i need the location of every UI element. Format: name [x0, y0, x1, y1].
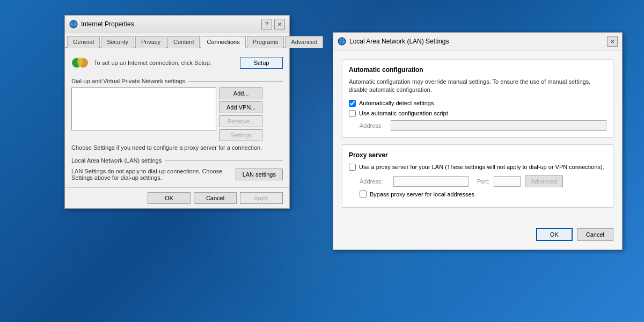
proxy-address-input[interactable]: [393, 176, 469, 187]
lan-settings-dialog: Local Area Network (LAN) Settings ✕ Auto…: [333, 32, 623, 250]
ip-ok-button[interactable]: OK: [148, 192, 191, 204]
lan-section-label: Local Area Network (LAN) settings: [71, 157, 283, 164]
proxy-port-input[interactable]: 80: [494, 176, 521, 187]
lan-settings-button[interactable]: LAN settings: [236, 169, 283, 180]
setup-button[interactable]: Setup: [240, 57, 283, 69]
bypass-label: Bypass proxy server for local addresses: [370, 191, 474, 197]
script-address-row: Address: [360, 120, 606, 131]
proxy-address-label: Address:: [360, 178, 389, 185]
vpn-listbox[interactable]: [71, 87, 216, 130]
settings-hint: Choose Settings if you need to configure…: [71, 144, 283, 151]
use-script-label: Use automatic configuration script: [359, 110, 448, 116]
lan-ok-button[interactable]: OK: [536, 228, 573, 241]
proxy-address-row: Address: Port: 80 Advanced: [360, 175, 606, 187]
add-vpn-button[interactable]: Add VPN...: [219, 101, 262, 113]
lan-titlebar-controls: ✕: [607, 36, 618, 47]
address-label: Address: [360, 122, 386, 129]
lan-hint: LAN Settings do not apply to dial-up con…: [71, 168, 230, 181]
auto-detect-checkbox[interactable]: [349, 100, 356, 107]
add-button[interactable]: Add...: [219, 87, 262, 99]
internet-properties-dialog: Internet Properties ? ✕ General Security…: [64, 15, 290, 209]
remove-button[interactable]: Remove...: [219, 115, 262, 127]
use-script-row: Use automatic configuration script: [349, 110, 606, 117]
use-proxy-checkbox[interactable]: [349, 164, 356, 171]
tab-privacy[interactable]: Privacy: [135, 36, 166, 48]
auto-detect-label: Automatically detect settings: [359, 100, 434, 106]
vpn-section: Dial-up and Virtual Private Network sett…: [71, 78, 283, 151]
settings-button[interactable]: Settings: [219, 129, 262, 141]
vpn-section-label: Dial-up and Virtual Private Network sett…: [71, 78, 283, 84]
lan-cancel-button[interactable]: Cancel: [577, 228, 613, 241]
proxy-section: Proxy server Use a proxy server for your…: [342, 144, 613, 208]
bypass-proxy-checkbox[interactable]: [360, 191, 367, 197]
proxy-section-title: Proxy server: [349, 151, 606, 159]
setup-row: To set up an Internet connection, click …: [71, 54, 283, 71]
lan-footer: OK Cancel: [333, 223, 622, 250]
ip-help-button[interactable]: ?: [261, 19, 272, 30]
svg-point-8: [77, 57, 83, 67]
lan-row: LAN Settings do not apply to dial-up con…: [71, 168, 283, 181]
globe-icon: [69, 20, 78, 28]
ip-cancel-button[interactable]: Cancel: [194, 192, 237, 204]
lan-close-button[interactable]: ✕: [607, 36, 618, 47]
ip-titlebar-left: Internet Properties: [69, 20, 134, 28]
ip-tabs-bar: General Security Privacy Content Connect…: [65, 33, 289, 48]
ip-close-button[interactable]: ✕: [274, 19, 285, 30]
vpn-buttons: Add... Add VPN... Remove... Settings: [219, 87, 262, 141]
tab-connections[interactable]: Connections: [201, 36, 245, 48]
lan-titlebar: Local Area Network (LAN) Settings ✕: [333, 33, 622, 50]
ip-footer: OK Cancel Apply: [65, 187, 289, 208]
lan-globe-icon: [338, 37, 346, 46]
ip-titlebar: Internet Properties ? ✕: [65, 16, 289, 33]
vpn-row: Add... Add VPN... Remove... Settings: [71, 87, 283, 141]
tab-general[interactable]: General: [67, 36, 100, 48]
auto-config-desc: Automatic configuration may override man…: [349, 78, 606, 94]
proxy-advanced-button[interactable]: Advanced: [525, 175, 563, 187]
tab-content[interactable]: Content: [167, 36, 200, 48]
auto-detect-row: Automatically detect settings: [349, 100, 606, 107]
lan-dialog-title: Local Area Network (LAN) Settings: [349, 38, 449, 45]
auto-config-section: Automatic configuration Automatic config…: [342, 59, 613, 138]
use-proxy-label: Use a proxy server for your LAN (These s…: [359, 163, 604, 171]
ip-dialog-title: Internet Properties: [81, 20, 134, 28]
ip-apply-button[interactable]: Apply: [240, 192, 283, 204]
tab-advanced[interactable]: Advanced: [285, 36, 323, 48]
lan-section: Local Area Network (LAN) settings LAN Se…: [71, 157, 283, 181]
bypass-row: Bypass proxy server for local addresses: [360, 191, 606, 197]
tab-programs[interactable]: Programs: [247, 36, 284, 48]
auto-config-title: Automatic configuration: [349, 66, 606, 74]
lan-content: Automatic configuration Automatic config…: [333, 50, 622, 223]
use-proxy-row: Use a proxy server for your LAN (These s…: [349, 163, 606, 171]
ip-content: To set up an Internet connection, click …: [65, 48, 289, 187]
ip-titlebar-controls: ? ✕: [261, 19, 285, 30]
proxy-port-label: Port:: [477, 178, 489, 185]
setup-text: To set up an Internet connection, click …: [94, 60, 235, 66]
lan-titlebar-left: Local Area Network (LAN) Settings: [338, 37, 449, 46]
use-script-checkbox[interactable]: [349, 110, 356, 117]
tab-security[interactable]: Security: [101, 36, 134, 48]
script-address-input[interactable]: [391, 120, 606, 131]
network-icon: [71, 54, 89, 71]
